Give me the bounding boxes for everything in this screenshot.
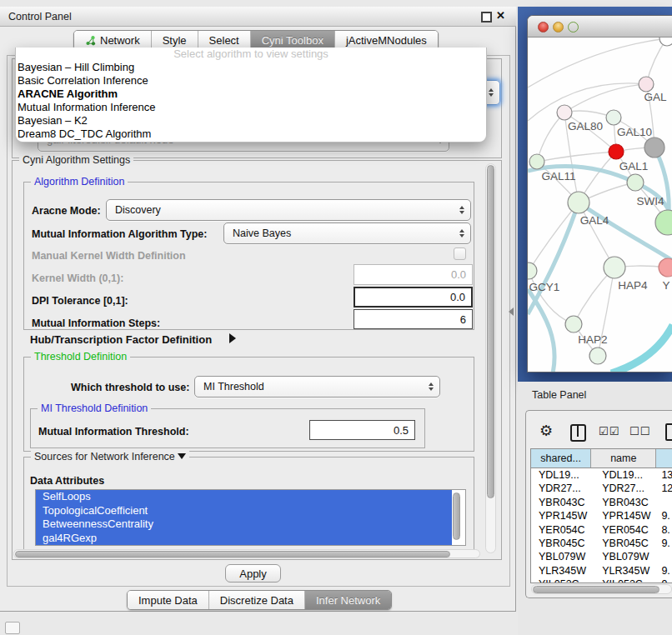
unselect-all-columns-icon[interactable]: ☐☐ bbox=[629, 425, 650, 438]
network-node-y[interactable] bbox=[659, 258, 672, 277]
mi-threshold-label: Mutual Information Threshold: bbox=[38, 426, 189, 438]
network-window-titlebar[interactable] bbox=[528, 16, 672, 38]
mi-steps-field[interactable]: 6 bbox=[354, 309, 473, 329]
tab-infer-network[interactable]: Infer Network bbox=[304, 591, 391, 609]
data-attribute-item[interactable]: SelfLoops bbox=[36, 490, 452, 504]
table-row[interactable]: YBR043CYBR043C bbox=[531, 496, 672, 509]
zoom-traffic-light-icon[interactable] bbox=[568, 22, 579, 32]
data-attribute-item[interactable]: TopologicalCoefficient bbox=[36, 504, 452, 518]
data-attribute-item[interactable]: gal4RGexp bbox=[36, 532, 452, 546]
select-all-columns-icon[interactable]: ☑☑ bbox=[599, 425, 619, 438]
network-node[interactable] bbox=[659, 38, 672, 46]
network-canvas[interactable]: GALGAL80GAL10GAL1GAL11SWI4GAL4GCY1HAP4YH… bbox=[528, 38, 672, 372]
network-node-swi4[interactable] bbox=[655, 210, 672, 235]
float-window-icon[interactable] bbox=[481, 12, 492, 22]
kernel-width-field[interactable]: 0.0 bbox=[354, 264, 473, 285]
close-icon[interactable]: ✕ bbox=[496, 9, 505, 22]
network-node-gal[interactable] bbox=[639, 77, 654, 92]
algorithm-option[interactable]: Bayesian – K2 bbox=[16, 114, 486, 128]
table-row[interactable]: YDL19...YDL19...13 bbox=[531, 468, 672, 482]
network-node-label: GAL bbox=[644, 91, 667, 103]
table-cell: 9. bbox=[656, 537, 672, 550]
hub-expand-icon[interactable] bbox=[229, 333, 236, 343]
data-attribute-item[interactable]: BetweennessCentrality bbox=[36, 518, 452, 532]
attributes-scrollbar-thumb[interactable] bbox=[453, 492, 460, 540]
table-row[interactable]: YER054CYER054C8. bbox=[531, 523, 672, 537]
table-cell: 8. bbox=[656, 523, 672, 537]
dpi-tolerance-field[interactable]: 0.0 bbox=[354, 287, 473, 308]
network-node-label: GAL11 bbox=[541, 170, 575, 182]
splitter-collapse-icon[interactable] bbox=[509, 308, 514, 316]
network-node-gal4[interactable] bbox=[568, 192, 589, 213]
network-view-window: GALGAL80GAL10GAL1GAL11SWI4GAL4GCY1HAP4YH… bbox=[527, 15, 672, 372]
algorithm-option[interactable]: Bayesian – Hill Climbing bbox=[16, 61, 486, 74]
algorithm-dropdown-popup: Select algorithm to view settings Bayesi… bbox=[15, 48, 487, 142]
table-row[interactable]: YBR045CYBR045C9. bbox=[531, 537, 672, 550]
apply-button[interactable]: Apply bbox=[225, 564, 281, 582]
network-node-hap4[interactable] bbox=[604, 257, 625, 278]
table-row[interactable]: YLR345WYLR345W9. bbox=[531, 564, 672, 578]
table-cell: 9. bbox=[656, 578, 672, 583]
dpi-tolerance-label: DPI Tolerance [0,1]: bbox=[32, 295, 128, 307]
which-threshold-combo[interactable]: MI Threshold bbox=[194, 376, 440, 398]
network-node-gal80[interactable] bbox=[557, 105, 572, 120]
tab-impute-data[interactable]: Impute Data bbox=[128, 591, 208, 609]
gear-icon[interactable]: ⚙ bbox=[539, 422, 553, 440]
network-node-gal11[interactable] bbox=[529, 154, 544, 169]
table-hscrollbar-thumb[interactable] bbox=[533, 586, 659, 593]
network-node-gcy1[interactable] bbox=[528, 262, 537, 279]
network-node[interactable] bbox=[627, 174, 644, 191]
network-node-label: HAP2 bbox=[578, 333, 607, 346]
combo-arrows-icon bbox=[459, 229, 464, 238]
restore-panel-icon[interactable] bbox=[5, 622, 20, 634]
algorithm-option[interactable]: Basic Correlation Inference bbox=[16, 74, 486, 88]
network-node-label: GAL80 bbox=[568, 120, 603, 132]
algorithm-option[interactable]: ARACNE Algorithm bbox=[16, 88, 486, 101]
network-node[interactable] bbox=[589, 348, 606, 364]
table-cell: YDL19... bbox=[531, 468, 591, 482]
dropdown-placeholder: Select algorithm to view settings bbox=[16, 48, 486, 61]
mi-algorithm-type-combo[interactable]: Naive Bayes bbox=[223, 222, 471, 244]
column-view-icon[interactable] bbox=[570, 424, 586, 442]
settings-scrollbar-thumb[interactable] bbox=[487, 165, 494, 498]
table-row[interactable]: YDR27...YDR27...12 bbox=[531, 482, 672, 495]
network-node-gal10[interactable] bbox=[606, 110, 621, 125]
aracne-mode-combo[interactable]: Discovery bbox=[106, 199, 471, 221]
hub-definition-label[interactable]: Hub/Transcription Factor Definition bbox=[30, 333, 212, 346]
algorithm-option[interactable]: Dream8 DC_TDC Algorithm bbox=[16, 128, 486, 141]
table-column-header[interactable]: name bbox=[591, 449, 656, 468]
table-cell: YDL19... bbox=[591, 468, 656, 482]
network-node-gal1[interactable] bbox=[609, 144, 624, 159]
table-cell: YIL052C bbox=[531, 578, 591, 583]
manual-kernel-width-checkbox[interactable] bbox=[454, 248, 466, 260]
table-body: YDL19...YDL19...13YDR27...YDR27...12YBR0… bbox=[531, 468, 672, 583]
tab-jactivemnodules[interactable]: jActiveMNodules bbox=[334, 31, 438, 49]
close-traffic-light-icon[interactable] bbox=[538, 22, 549, 32]
table-cell: YPR145W bbox=[531, 509, 591, 522]
table-column-header[interactable] bbox=[656, 449, 672, 468]
table-cell: YBR045C bbox=[531, 537, 591, 550]
function-builder-icon[interactable] bbox=[665, 423, 672, 441]
network-node[interactable] bbox=[644, 138, 664, 158]
settings-hscrollbar-thumb[interactable] bbox=[15, 551, 450, 558]
mi-threshold-field[interactable]: 0.5 bbox=[309, 420, 415, 440]
aracne-mode-label: Aracne Mode: bbox=[32, 205, 101, 217]
sources-collapse-icon[interactable] bbox=[178, 453, 186, 459]
tab-select[interactable]: Select bbox=[198, 31, 250, 49]
network-node-label: Y bbox=[662, 279, 669, 292]
table-row[interactable]: YBL079WYBL079W bbox=[531, 550, 672, 563]
mi-steps-label: Mutual Information Steps: bbox=[32, 318, 160, 329]
minimize-traffic-light-icon[interactable] bbox=[553, 22, 564, 32]
table-column-header[interactable]: shared... bbox=[531, 449, 591, 468]
algorithm-option[interactable]: Mutual Information Inference bbox=[16, 101, 486, 114]
tab-cyni-toolbox[interactable]: Cyni Toolbox bbox=[250, 31, 334, 49]
network-node-label: GCY1 bbox=[529, 281, 560, 293]
tab-style[interactable]: Style bbox=[151, 31, 198, 49]
tab-discretize-data[interactable]: Discretize Data bbox=[208, 591, 304, 609]
network-node-hap2[interactable] bbox=[565, 316, 582, 332]
table-row[interactable]: YPR145WYPR145W9. bbox=[531, 509, 672, 522]
tab-network[interactable]: Network bbox=[74, 31, 151, 49]
table-row[interactable]: YIL052CYIL052C9. bbox=[531, 578, 672, 583]
algorithm-options-list: Bayesian – Hill ClimbingBasic Correlatio… bbox=[16, 61, 486, 141]
mi-algorithm-type-value: Naive Bayes bbox=[233, 228, 291, 239]
